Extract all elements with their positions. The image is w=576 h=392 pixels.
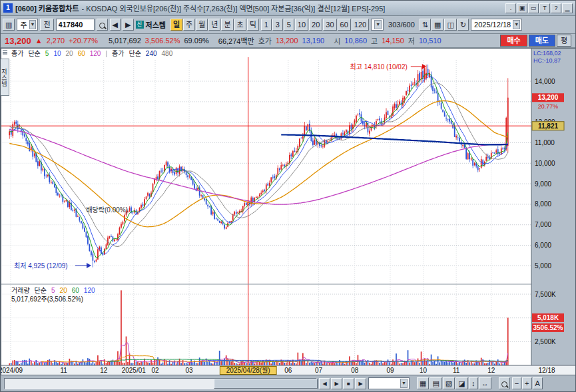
- minute-button-30[interactable]: 30: [323, 19, 336, 31]
- interval-select[interactable]: ▼: [371, 19, 384, 31]
- ex-dividend-annotation: 배당락(0.00%): [86, 206, 128, 214]
- svg-text:12: 12: [487, 367, 495, 374]
- font-size-button[interactable]: A: [533, 377, 543, 389]
- minute-button-60[interactable]: 60: [338, 19, 351, 31]
- toolbar-icon-buttons: ⇅▦◫↻: [420, 19, 469, 31]
- search-button[interactable]: [97, 19, 108, 31]
- quote-values: 13,200▲2,270+20.77%5,017,6923,506.52%69.…: [5, 35, 441, 46]
- kiwoom-chart-window: 1 [0600] 키움종합차트 - KOSDAQ 외국인보유[206(천)] 주…: [0, 0, 576, 392]
- svg-text:3506.52%: 3506.52%: [533, 324, 563, 331]
- minute-button-1[interactable]: 1: [261, 19, 272, 31]
- scroll-right-button[interactable]: ▶: [331, 378, 342, 389]
- quote-amount: 66,274백만: [218, 35, 254, 46]
- stock-code-input[interactable]: [56, 19, 95, 31]
- quote-change-value: 2,270: [47, 37, 65, 45]
- chart-type-button[interactable]: ▥: [3, 19, 15, 31]
- last-date-label: 12/18: [538, 367, 555, 374]
- svg-text:2025/04/28(월): 2025/04/28(월): [226, 367, 270, 374]
- grid-icon[interactable]: ▦: [417, 377, 429, 389]
- chevron-down-icon: ▼: [374, 20, 382, 29]
- maximize-icon[interactable]: ▭: [528, 3, 539, 13]
- period-button-주[interactable]: 주: [183, 19, 195, 31]
- svg-text:09: 09: [386, 367, 394, 374]
- quote-bar: 13,200▲2,270+20.77%5,017,6923,506.52%69.…: [1, 34, 575, 48]
- auto-scroll-select[interactable]: ▼: [368, 377, 410, 389]
- fit-vertical-icon[interactable]: ↕: [469, 377, 478, 389]
- panel-layout-icon[interactable]: ▤: [430, 377, 441, 389]
- shape-tool-icon[interactable]: ◪: [455, 377, 467, 389]
- svg-text:08: 08: [351, 367, 359, 374]
- chart-scrollbar[interactable]: [4, 378, 317, 389]
- tool-t-icon[interactable]: T: [539, 3, 550, 13]
- title-bar: 1 [0600] 키움종합차트 - KOSDAQ 외국인보유[206(천)] 주…: [1, 1, 575, 16]
- minute-buttons: 13510203060120: [261, 19, 369, 31]
- toolbar: ▥ 주▼ 전 ◀ ▶ 신 저스템 일주월년분초틱 13510203060120 …: [1, 16, 575, 34]
- scroll-left-button[interactable]: ◀: [319, 378, 330, 389]
- order-buttons: 매수매도평: [500, 35, 571, 47]
- chart-grid-icon[interactable]: ▦: [432, 19, 443, 31]
- quote-volume-ratio: 3,506.52%: [145, 37, 180, 45]
- period-button-월[interactable]: 월: [196, 19, 208, 31]
- minute-button-20[interactable]: 20: [309, 19, 322, 31]
- category-select[interactable]: 주▼: [17, 19, 38, 31]
- minute-button-3[interactable]: 3: [272, 19, 283, 31]
- fit-horizontal-icon[interactable]: ↔: [479, 377, 491, 389]
- minute-button-10[interactable]: 10: [295, 19, 308, 31]
- chart-tab-stock[interactable]: 저스템: [1, 59, 9, 96]
- buy-button[interactable]: 매수: [500, 35, 527, 47]
- minute-button-5[interactable]: 5: [284, 19, 294, 31]
- next-stock-button[interactable]: ▶: [123, 19, 133, 31]
- scrollbar-thumb[interactable]: [214, 379, 318, 389]
- copy-window-icon[interactable]: ▣: [517, 3, 527, 13]
- stock-chart[interactable]: 종가단순5102060120|종가단순240480거래량단순520601205,…: [1, 48, 576, 375]
- menu-dot-icon[interactable]: .: [505, 3, 516, 13]
- hc-value: HC:-10,87: [533, 57, 561, 64]
- zoom-in-button[interactable]: +: [522, 377, 531, 389]
- quote-hoga-label: 호가: [258, 35, 272, 46]
- avg-button[interactable]: 평: [557, 35, 571, 47]
- svg-text:20.77%: 20.77%: [538, 103, 559, 110]
- period-button-초[interactable]: 초: [234, 19, 246, 31]
- quote-change-arrow: ▲: [35, 37, 43, 45]
- quote-high-price: 14,150: [382, 37, 404, 45]
- stock-name: 저스템: [146, 19, 166, 30]
- prev-stock-button[interactable]: ◀: [110, 19, 121, 31]
- zoom-tool-button[interactable]: [499, 377, 510, 389]
- compare-icon[interactable]: ⇅: [420, 19, 431, 31]
- candle-range: 303/600: [388, 21, 415, 29]
- quote-volume: 5,017,692: [109, 37, 141, 45]
- sell-button[interactable]: 매도: [529, 35, 555, 47]
- zoom-icon: [501, 381, 507, 387]
- high-annotation: 최고 14,810 (10/02): [350, 63, 408, 71]
- svg-text:2024/09: 2024/09: [1, 367, 23, 374]
- date-select[interactable]: 2025/12/18▼: [471, 19, 522, 31]
- quote-current-price: 13,200: [5, 36, 31, 46]
- svg-text:11,821: 11,821: [538, 122, 558, 130]
- chart-tool-buttons: ▦▤▧◪↕↔: [417, 377, 491, 389]
- period-button-일[interactable]: 일: [170, 19, 182, 31]
- chevron-down-icon: ▼: [400, 379, 408, 388]
- svg-text:11: 11: [60, 367, 67, 374]
- minute-button-120[interactable]: 120: [352, 19, 369, 31]
- help-icon[interactable]: ?: [551, 3, 561, 13]
- svg-text:8,000: 8,000: [535, 200, 551, 208]
- refresh-icon[interactable]: ↻: [457, 19, 469, 31]
- period-button-틱[interactable]: 틱: [247, 19, 259, 31]
- pattern-tool-icon[interactable]: ▧: [443, 377, 455, 389]
- quote-open-label: 시: [334, 35, 340, 46]
- minimize-icon[interactable]: ▁: [562, 3, 573, 13]
- period-button-분[interactable]: 분: [221, 19, 233, 31]
- quote-low-price: 10,510: [419, 37, 441, 45]
- period-button-년[interactable]: 년: [208, 19, 220, 31]
- stop-button[interactable]: ■: [343, 378, 354, 389]
- svg-text:02: 02: [151, 367, 159, 374]
- window-controls: .▣▭T?▁: [505, 3, 573, 13]
- svg-text:11,000: 11,000: [535, 139, 555, 146]
- svg-text:9,000: 9,000: [535, 180, 551, 188]
- play-button[interactable]: ▶: [355, 378, 366, 389]
- split-screen-icon[interactable]: ◫: [444, 19, 456, 31]
- jeon-button[interactable]: 전: [40, 19, 53, 31]
- chevron-down-icon: ▼: [29, 20, 37, 29]
- bottom-bar: ◀▶■▶ ▼ ▦▤▧◪↕↔ −+A: [1, 375, 575, 391]
- zoom-out-button[interactable]: −: [512, 377, 521, 389]
